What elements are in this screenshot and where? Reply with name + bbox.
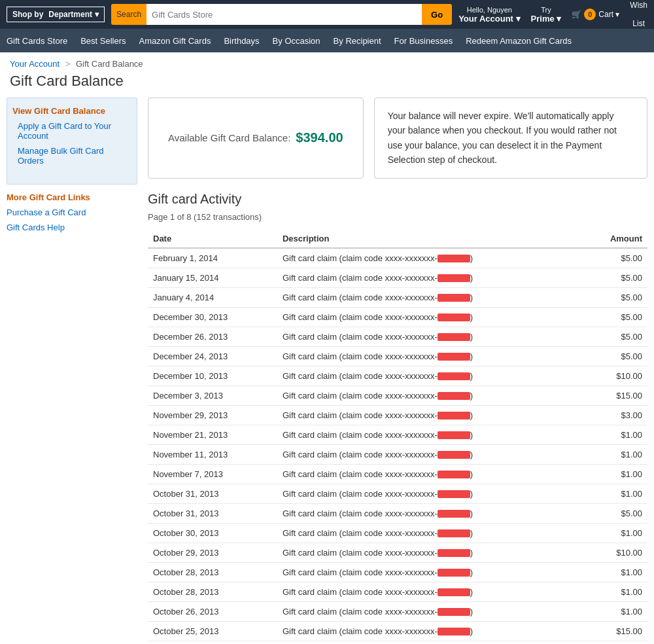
chevron-down-icon: ▾ — [95, 10, 99, 19]
table-row: October 31, 2013 Gift card claim (claim … — [148, 503, 647, 523]
table-row: January 4, 2014 Gift card claim (claim c… — [148, 287, 647, 307]
table-row: December 26, 2013 Gift card claim (claim… — [148, 327, 647, 346]
date-column-header: Date — [148, 230, 277, 248]
row-amount: $15.00 — [583, 621, 647, 641]
sidebar-box: View Gift Card Balance Apply a Gift Card… — [7, 98, 137, 185]
redacted-code — [438, 274, 470, 282]
redacted-code — [438, 529, 470, 537]
cart-icon: 🛒 — [572, 10, 581, 19]
row-amount: $1.00 — [583, 425, 647, 444]
search-label[interactable]: Search — [111, 4, 146, 25]
row-date: January 4, 2014 — [148, 287, 277, 307]
search-input[interactable] — [146, 4, 422, 25]
cart-button[interactable]: 🛒 0 Cart ▾ — [572, 9, 619, 20]
sidebar-purchase-link[interactable]: Purchase a Gift Card — [7, 205, 137, 220]
chevron-down-icon: ▾ — [516, 14, 521, 24]
table-row: October 28, 2013 Gift card claim (claim … — [148, 562, 647, 582]
balance-amount: $394.00 — [296, 130, 343, 145]
row-date: November 11, 2013 — [148, 444, 277, 464]
row-amount: $15.00 — [583, 385, 647, 405]
row-date: November 21, 2013 — [148, 425, 277, 444]
balance-label: Available Gift Card Balance: — [168, 132, 290, 143]
subnav-by-recipient[interactable]: By Recipient — [334, 36, 381, 46]
list-label: List — [632, 19, 645, 28]
cart-count: 0 — [584, 9, 596, 20]
sidebar-more-title: More Gift Card Links — [7, 192, 137, 202]
row-amount: $1.00 — [583, 582, 647, 601]
description-column-header: Description — [277, 230, 583, 248]
department-label: Department — [48, 10, 92, 19]
subnav-for-businesses[interactable]: For Businesses — [394, 36, 453, 46]
search-button[interactable]: Go — [422, 4, 452, 25]
redacted-code — [438, 510, 470, 518]
row-amount: $5.00 — [583, 503, 647, 523]
subnav-gift-cards-store[interactable]: Gift Cards Store — [7, 36, 67, 46]
sidebar-manage-link[interactable]: Manage Bulk Gift Card Orders — [12, 143, 131, 168]
row-description: Gift card claim (claim code xxxx-xxxxxxx… — [277, 582, 583, 601]
row-description: Gift card claim (claim code xxxx-xxxxxxx… — [277, 366, 583, 385]
row-amount: $3.00 — [583, 405, 647, 425]
row-date: October 30, 2013 — [148, 523, 277, 543]
shop-by-department-button[interactable]: Shop by Department ▾ — [7, 7, 105, 22]
row-description: Gift card claim (claim code xxxx-xxxxxxx… — [277, 484, 583, 503]
row-description: Gift card claim (claim code xxxx-xxxxxxx… — [277, 287, 583, 307]
activity-page-info: Page 1 of 8 (152 transactions) — [148, 212, 647, 222]
redacted-code — [438, 294, 470, 302]
table-row: February 1, 2014 Gift card claim (claim … — [148, 248, 647, 268]
sidebar-apply-link[interactable]: Apply a Gift Card to Your Account — [12, 118, 131, 143]
row-description: Gift card claim (claim code xxxx-xxxxxxx… — [277, 444, 583, 464]
breadcrumb: Your Account > Gift Card Balance — [0, 52, 654, 71]
sidebar-help-link[interactable]: Gift Cards Help — [7, 220, 137, 235]
table-row: December 30, 2013 Gift card claim (claim… — [148, 307, 647, 327]
sidebar-view-balance-link[interactable]: View Gift Card Balance — [12, 103, 131, 118]
row-date: February 1, 2014 — [148, 248, 277, 268]
row-description: Gift card claim (claim code xxxx-xxxxxxx… — [277, 464, 583, 484]
redacted-code — [438, 608, 470, 616]
table-row: October 30, 2013 Gift card claim (claim … — [148, 523, 647, 543]
table-row: October 25, 2013 Gift card claim (claim … — [148, 621, 647, 641]
wish-label: Wish — [630, 1, 647, 10]
prime-menu[interactable]: Try Prime ▾ — [531, 6, 562, 24]
subnav-birthdays[interactable]: Birthdays — [224, 36, 259, 46]
account-menu[interactable]: Hello, Nguyen Your Account ▾ — [458, 6, 520, 24]
redacted-code — [438, 471, 470, 478]
row-description: Gift card claim (claim code xxxx-xxxxxxx… — [277, 621, 583, 641]
redacted-code — [438, 490, 470, 498]
subnav-best-sellers[interactable]: Best Sellers — [80, 36, 126, 46]
subnav-redeem[interactable]: Redeem Amazon Gift Cards — [466, 36, 572, 46]
table-row: December 3, 2013 Gift card claim (claim … — [148, 385, 647, 405]
row-description: Gift card claim (claim code xxxx-xxxxxxx… — [277, 346, 583, 366]
your-account-label: Your Account ▾ — [458, 14, 520, 24]
table-header-row: Date Description Amount — [148, 230, 647, 248]
table-row: October 26, 2013 Gift card claim (claim … — [148, 601, 647, 621]
row-amount: $5.00 — [583, 287, 647, 307]
row-description: Gift card claim (claim code xxxx-xxxxxxx… — [277, 543, 583, 562]
row-description: Gift card claim (claim code xxxx-xxxxxxx… — [277, 503, 583, 523]
pagination: « Previous 1 2 3 4 5 6 7 8 Next » — [148, 641, 647, 644]
row-date: November 7, 2013 — [148, 464, 277, 484]
row-amount: $1.00 — [583, 562, 647, 582]
row-amount: $5.00 — [583, 268, 647, 287]
table-row: November 21, 2013 Gift card claim (claim… — [148, 425, 647, 444]
wishlist-button[interactable]: Wish List — [630, 1, 647, 28]
chevron-down-icon: ▾ — [615, 10, 619, 19]
chevron-down-icon: ▾ — [557, 14, 561, 24]
row-date: December 10, 2013 — [148, 366, 277, 385]
row-date: January 15, 2014 — [148, 268, 277, 287]
row-amount: $1.00 — [583, 523, 647, 543]
breadcrumb-current: Gift Card Balance — [76, 59, 143, 69]
redacted-code — [438, 392, 470, 400]
row-description: Gift card claim (claim code xxxx-xxxxxxx… — [277, 248, 583, 268]
page-title: Gift Card Balance — [0, 71, 654, 98]
subnav-by-occasion[interactable]: By Occasion — [273, 36, 320, 46]
row-date: October 25, 2013 — [148, 621, 277, 641]
redacted-code — [438, 549, 470, 557]
redacted-code — [438, 569, 470, 577]
breadcrumb-account-link[interactable]: Your Account — [10, 59, 60, 69]
subnav-amazon-gift-cards[interactable]: Amazon Gift Cards — [139, 36, 211, 46]
row-date: December 26, 2013 — [148, 327, 277, 346]
row-description: Gift card claim (claim code xxxx-xxxxxxx… — [277, 425, 583, 444]
redacted-code — [438, 431, 470, 439]
table-row: October 28, 2013 Gift card claim (claim … — [148, 582, 647, 601]
row-date: November 29, 2013 — [148, 405, 277, 425]
